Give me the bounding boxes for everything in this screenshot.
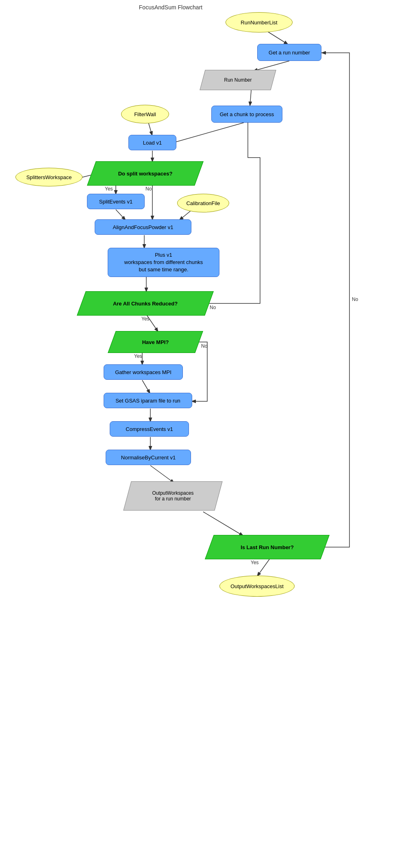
label-no-split: No xyxy=(145,186,152,192)
svg-line-21 xyxy=(257,558,270,577)
svg-line-19 xyxy=(150,465,175,483)
node-get-run-number: Get a run number xyxy=(257,44,321,61)
label-yes-mpi: Yes xyxy=(134,353,142,359)
label-no-last-run: No xyxy=(352,297,358,302)
node-get-chunk: Get a chunk to process xyxy=(211,106,282,123)
svg-line-20 xyxy=(203,512,244,536)
node-is-last-run: Is Last Run Number? xyxy=(209,535,325,559)
node-set-gsas: Set GSAS iparam file to run xyxy=(104,393,192,408)
node-calibration-file: CalibrationFile xyxy=(177,194,229,212)
node-run-number-list: RunNumberList xyxy=(226,12,293,32)
node-plus-v1: Plus v1 workspaces from different chunks… xyxy=(108,248,219,277)
flowchart: FocusAndSum Flowchart xyxy=(0,0,397,868)
node-have-mpi: Have MPI? xyxy=(112,331,199,353)
node-splitters-workspace: SplittersWorkspace xyxy=(15,168,82,186)
node-align-focus: AlignAndFocusPowder v1 xyxy=(95,219,191,235)
svg-line-10 xyxy=(116,210,126,221)
label-yes-last-run: Yes xyxy=(251,560,259,565)
node-run-number: Run Number xyxy=(202,70,273,90)
label-no-mpi: No xyxy=(201,343,207,349)
node-output-workspaces: OutputWorkspaces for a run number xyxy=(127,481,219,511)
svg-line-5 xyxy=(171,123,244,143)
node-split-events: SplitEvents v1 xyxy=(87,194,145,209)
label-yes-split: Yes xyxy=(105,186,113,192)
svg-line-16 xyxy=(142,380,150,394)
arrows-svg xyxy=(0,0,397,868)
node-gather-mpi: Gather workspaces MPI xyxy=(104,364,183,380)
node-all-chunks: Are All Chunks Reduced? xyxy=(81,291,209,316)
node-compress-events: CompressEvents v1 xyxy=(110,421,189,437)
node-do-split: Do split workspaces? xyxy=(91,161,199,186)
label-yes-chunks: Yes xyxy=(141,316,150,322)
node-filter-wall: FilterWall xyxy=(121,105,169,123)
node-output-workspaces-list: OutputWorkspacesList xyxy=(219,576,295,597)
node-normalise-by-current: NormaliseByCurrent v1 xyxy=(106,450,191,465)
chart-title: FocusAndSum Flowchart xyxy=(110,4,232,11)
node-load-v1: Load v1 xyxy=(128,135,176,150)
label-no-chunks: No xyxy=(210,305,216,310)
